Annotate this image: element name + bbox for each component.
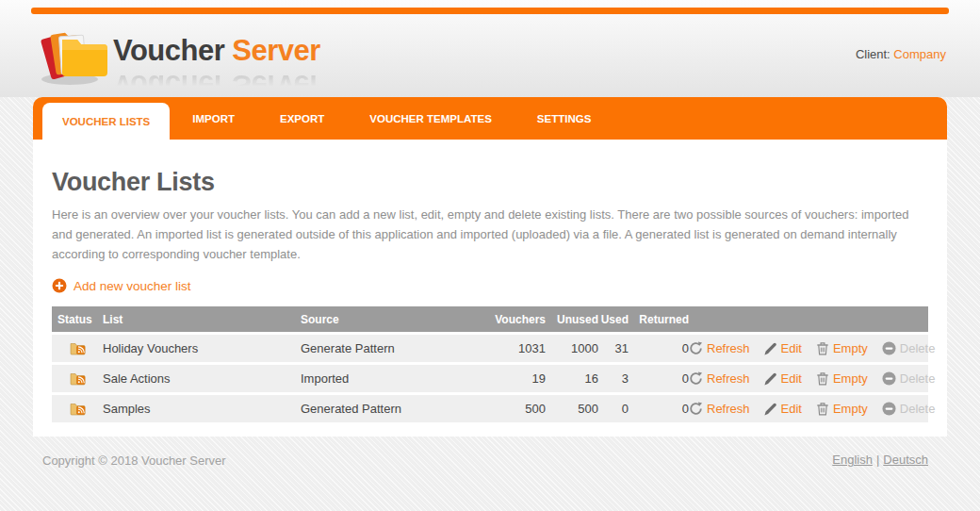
trash-icon bbox=[816, 371, 829, 386]
minus-circle-icon bbox=[882, 402, 896, 416]
trash-icon bbox=[816, 402, 829, 416]
table-row: Samples Generated Pattern 500 500 0 0 bbox=[52, 395, 928, 422]
minus-circle-icon bbox=[882, 371, 896, 386]
app-title: Voucher Server bbox=[113, 34, 320, 68]
refresh-icon bbox=[689, 341, 703, 355]
cell-returned: 0 bbox=[629, 402, 689, 416]
empty-button[interactable]: Empty bbox=[816, 402, 868, 416]
pencil-icon bbox=[764, 342, 777, 355]
table-row: Sale Actions Imported 19 16 3 0 bbox=[52, 365, 928, 392]
voucher-list-status-icon bbox=[52, 369, 103, 388]
edit-button[interactable]: Edit bbox=[764, 341, 802, 355]
cell-source: Generated Pattern bbox=[301, 402, 489, 416]
language-separator: | bbox=[876, 453, 879, 467]
header: Voucher Server Voucher Server Client: Co… bbox=[0, 0, 980, 97]
cell-list-name: Sale Actions bbox=[103, 371, 301, 386]
pencil-icon bbox=[764, 372, 777, 386]
folders-logo-icon bbox=[34, 19, 111, 91]
refresh-icon bbox=[689, 402, 703, 416]
cell-source: Generate Pattern bbox=[301, 341, 489, 355]
refresh-icon bbox=[689, 371, 703, 386]
cell-vouchers: 1031 bbox=[489, 341, 546, 355]
cell-used: 0 bbox=[598, 402, 629, 416]
col-header-returned: Returned bbox=[629, 313, 689, 326]
cell-used: 3 bbox=[598, 371, 629, 386]
nav-tab[interactable]: VOUCHER LISTS bbox=[42, 103, 170, 140]
empty-button[interactable]: Empty bbox=[816, 371, 868, 386]
col-header-list: List bbox=[103, 313, 301, 326]
refresh-button[interactable]: Refresh bbox=[689, 341, 750, 355]
cell-unused: 1000 bbox=[546, 341, 598, 355]
table-row: Holiday Vouchers Generate Pattern 1031 1… bbox=[52, 335, 928, 362]
top-accent-bar bbox=[31, 8, 949, 14]
row-actions: Refresh Edit bbox=[689, 341, 948, 355]
language-switcher: English|Deutsch bbox=[832, 453, 928, 467]
empty-button[interactable]: Empty bbox=[816, 341, 868, 355]
refresh-button[interactable]: Refresh bbox=[689, 371, 750, 386]
app-title-secondary: Server bbox=[232, 34, 320, 67]
minus-circle-icon bbox=[882, 341, 896, 355]
edit-button[interactable]: Edit bbox=[764, 371, 802, 386]
plus-circle-icon bbox=[52, 278, 67, 293]
cell-list-name: Samples bbox=[103, 402, 301, 416]
col-header-unused: Unused bbox=[546, 313, 598, 326]
delete-button[interactable]: Delete bbox=[882, 371, 936, 386]
nav-tab[interactable]: SETTINGS bbox=[514, 97, 614, 140]
delete-button[interactable]: Delete bbox=[882, 341, 936, 355]
cell-unused: 500 bbox=[546, 402, 598, 416]
content-panel: Voucher Lists Here is an overview over y… bbox=[33, 140, 947, 437]
voucher-lists-table: Status List Source Vouchers Unused Used … bbox=[52, 306, 928, 422]
cell-source: Imported bbox=[301, 371, 489, 386]
col-header-vouchers: Vouchers bbox=[489, 313, 546, 326]
client-name-link[interactable]: Company bbox=[893, 47, 946, 61]
nav-tab[interactable]: IMPORT bbox=[170, 97, 257, 140]
row-actions: Refresh Edit bbox=[689, 402, 948, 416]
client-label: Client: bbox=[856, 47, 890, 61]
copyright-text: Copyright © 2018 Voucher Server bbox=[42, 453, 226, 468]
refresh-button[interactable]: Refresh bbox=[689, 402, 750, 416]
cell-vouchers: 19 bbox=[489, 371, 546, 386]
page-title: Voucher Lists bbox=[52, 168, 928, 197]
app-title-primary: Voucher bbox=[113, 34, 224, 67]
language-link-english[interactable]: English bbox=[832, 453, 873, 467]
table-body: Holiday Vouchers Generate Pattern 1031 1… bbox=[52, 335, 928, 422]
col-header-status: Status bbox=[52, 313, 103, 326]
edit-button[interactable]: Edit bbox=[764, 402, 802, 416]
table-header-row: Status List Source Vouchers Unused Used … bbox=[52, 306, 928, 332]
language-link-deutsch[interactable]: Deutsch bbox=[883, 453, 928, 467]
add-voucher-list-label: Add new voucher list bbox=[74, 279, 191, 293]
row-actions: Refresh Edit bbox=[689, 371, 948, 386]
nav-tab[interactable]: VOUCHER TEMPLATES bbox=[347, 97, 514, 140]
col-header-source: Source bbox=[301, 313, 489, 326]
cell-returned: 0 bbox=[629, 371, 689, 386]
delete-button[interactable]: Delete bbox=[882, 402, 936, 416]
cell-list-name: Holiday Vouchers bbox=[103, 341, 301, 355]
page: Voucher Server Voucher Server Client: Co… bbox=[0, 0, 980, 511]
client-indicator: Client: Company bbox=[856, 47, 946, 61]
cell-returned: 0 bbox=[629, 341, 689, 355]
main-nav: VOUCHER LISTS IMPORT EXPORT VOUCHER TEMP… bbox=[33, 97, 947, 140]
cell-vouchers: 500 bbox=[489, 402, 546, 416]
nav-tab[interactable]: EXPORT bbox=[257, 97, 347, 140]
voucher-list-status-icon bbox=[52, 338, 103, 358]
pencil-icon bbox=[764, 403, 777, 416]
page-description: Here is an overview over your voucher li… bbox=[52, 205, 923, 264]
cell-unused: 16 bbox=[546, 371, 598, 386]
cell-used: 31 bbox=[598, 341, 629, 355]
trash-icon bbox=[816, 341, 829, 355]
voucher-list-status-icon bbox=[52, 399, 103, 419]
col-header-used: Used bbox=[598, 313, 629, 326]
add-voucher-list-button[interactable]: Add new voucher list bbox=[52, 278, 191, 293]
